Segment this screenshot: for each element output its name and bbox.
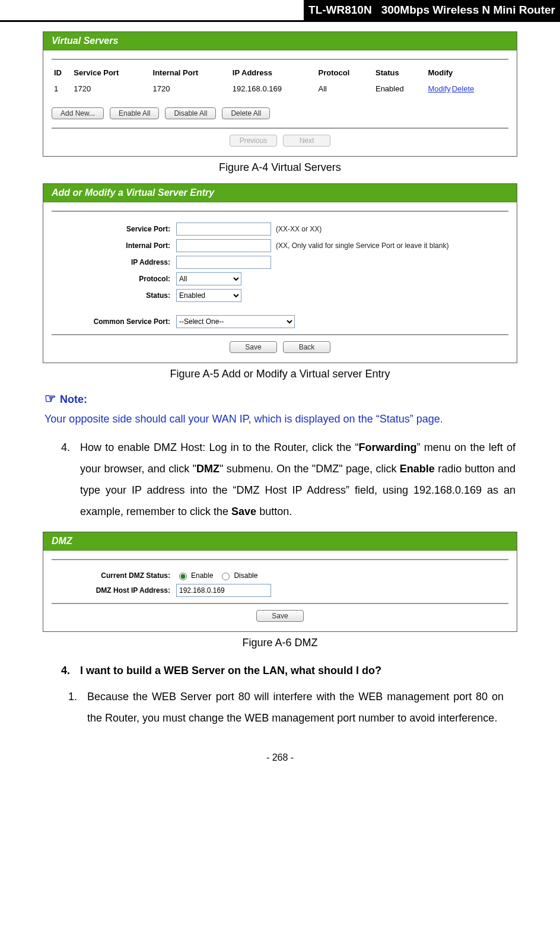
service-port-input[interactable] (176, 223, 271, 236)
panel-title-virtual-servers: Virtual Servers (43, 32, 517, 50)
hint-service-port: (XX-XX or XX) (276, 225, 322, 233)
note-label: Note: (60, 393, 87, 405)
radio-label-enable: Enable (191, 571, 213, 580)
figure-a4-screenshot: Virtual Servers ID Service Port Internal… (43, 31, 517, 157)
col-protocol: Protocol (316, 66, 373, 83)
cell-service-port: 1720 (71, 83, 150, 94)
question-4-heading: I want to build a WEB Server on the LAN,… (73, 660, 516, 729)
dmz-enable-radio[interactable] (179, 573, 187, 580)
delete-all-button[interactable]: Delete All (222, 107, 270, 119)
label-ip-address: IP Address: (52, 258, 176, 266)
hint-internal-port: (XX, Only valid for single Service Port … (276, 242, 448, 250)
add-new-button[interactable]: Add New... (52, 107, 104, 119)
col-service-port: Service Port (71, 66, 150, 83)
col-id: ID (52, 66, 71, 83)
doc-top-header: TL-WR810N 300Mbps Wireless N Mini Router (0, 0, 560, 22)
col-modify: Modify (425, 66, 508, 83)
dmz-host-ip-input[interactable] (176, 584, 271, 597)
figure-a6-screenshot: DMZ Current DMZ Status: Enable Disable D… (43, 532, 517, 632)
modify-link[interactable]: Modify (428, 84, 450, 93)
step-4: How to enable DMZ Host: Log in to the Ro… (73, 437, 516, 522)
panel-title-add-modify: Add or Modify a Virtual Server Entry (43, 184, 517, 202)
figure-a6-caption: Figure A-6 DMZ (33, 637, 527, 649)
next-button: Next (283, 135, 330, 147)
ip-address-input[interactable] (176, 256, 271, 269)
pointing-hand-icon: ☞ (44, 391, 56, 406)
figure-a5-screenshot: Add or Modify a Virtual Server Entry Ser… (43, 183, 517, 363)
note-heading: ☞Note: (33, 391, 527, 406)
cell-internal-port: 1720 (151, 83, 230, 94)
status-select[interactable]: Enabled (176, 289, 241, 302)
cell-protocol: All (316, 83, 373, 94)
cell-id: 1 (52, 83, 71, 94)
common-service-port-select[interactable]: --Select One-- (176, 315, 295, 328)
col-status: Status (373, 66, 425, 83)
table-row: 1 1720 1720 192.168.0.169 All Enabled Mo… (52, 83, 508, 94)
note-body: Your opposite side should call your WAN … (33, 411, 527, 437)
enable-all-button[interactable]: Enable All (110, 107, 159, 119)
panel-title-dmz: DMZ (43, 532, 517, 551)
disable-all-button[interactable]: Disable All (165, 107, 216, 119)
figure-a4-caption: Figure A-4 Virtual Servers (33, 161, 527, 174)
page-number: - 268 - (0, 752, 560, 763)
virtual-servers-table: ID Service Port Internal Port IP Address… (52, 66, 508, 94)
cell-status: Enabled (373, 83, 425, 94)
save-button[interactable]: Save (230, 341, 277, 353)
delete-link[interactable]: Delete (452, 84, 475, 93)
dmz-save-button[interactable]: Save (256, 610, 304, 622)
cell-ip-address: 192.168.0.169 (230, 83, 316, 94)
radio-label-disable: Disable (234, 571, 257, 580)
label-service-port: Service Port: (52, 225, 176, 233)
col-ip-address: IP Address (230, 66, 316, 83)
label-internal-port: Internal Port: (52, 242, 176, 250)
back-button[interactable]: Back (283, 341, 330, 353)
q4-step-1: Because the WEB Server port 80 will inte… (80, 686, 504, 729)
model-code: TL-WR810N (304, 0, 377, 20)
figure-a5-caption: Figure A-5 Add or Modify a Virtual serve… (33, 368, 527, 380)
label-common-service-port: Common Service Port: (52, 317, 176, 326)
label-status: Status: (52, 291, 176, 300)
dmz-disable-radio[interactable] (222, 573, 230, 580)
label-protocol: Protocol: (52, 275, 176, 283)
protocol-select[interactable]: All (176, 272, 241, 285)
label-current-dmz-status: Current DMZ Status: (52, 571, 176, 580)
previous-button: Previous (230, 135, 277, 147)
label-dmz-host-ip: DMZ Host IP Address: (52, 586, 176, 595)
internal-port-input[interactable] (176, 239, 271, 252)
model-name: 300Mbps Wireless N Mini Router (377, 0, 560, 20)
col-internal-port: Internal Port (151, 66, 230, 83)
